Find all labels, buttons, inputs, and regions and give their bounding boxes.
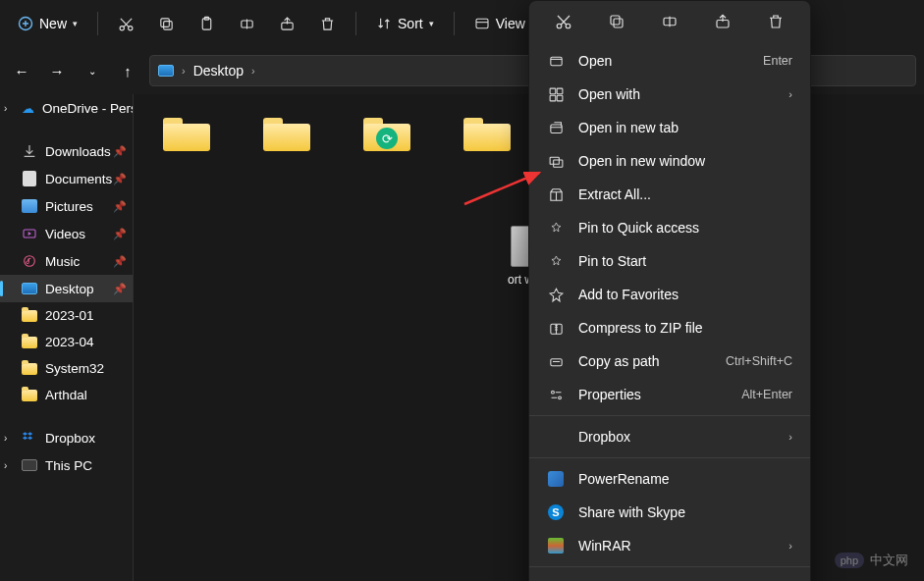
chevron-down-icon: ▾ — [429, 19, 434, 28]
recent-dropdown[interactable]: ⌄ — [79, 57, 106, 84]
svg-rect-23 — [550, 124, 561, 132]
sidebar-item-downloads[interactable]: Downloads📌 — [0, 137, 133, 165]
sidebar-item-label: 2023-01 — [45, 308, 94, 323]
ctx-delete-button[interactable] — [761, 7, 790, 36]
menu-item-label: Pin to Start — [578, 253, 646, 269]
menu-item-label: Copy as path — [578, 353, 660, 369]
chevron-right-icon: › — [788, 88, 792, 100]
folder-icon — [22, 310, 37, 322]
sidebar-item-label: Pictures — [45, 199, 93, 214]
sidebar-item-music[interactable]: Music📌 — [0, 247, 133, 275]
menu-item-open-with[interactable]: Open with› — [529, 78, 810, 111]
sidebar-item-videos[interactable]: Videos📌 — [0, 220, 133, 247]
sort-label: Sort — [398, 16, 423, 31]
menu-separator — [529, 415, 810, 416]
pin-icon: 📌 — [113, 255, 127, 268]
menu-item-share-with-skype[interactable]: SShare with Skype — [529, 496, 810, 529]
folder-icon — [463, 116, 511, 151]
chevron-right-icon: › — [251, 65, 255, 77]
menu-item-properties[interactable]: PropertiesAlt+Enter — [529, 378, 810, 411]
sidebar-item-desktop[interactable]: Desktop📌 — [0, 275, 133, 302]
skype-icon: S — [547, 503, 565, 521]
menu-item-add-to-favorites[interactable]: Add to Favorites — [529, 278, 810, 311]
menu-item-copy-as-path[interactable]: Copy as pathCtrl+Shift+C — [529, 344, 810, 378]
pin-icon: 📌 — [113, 200, 127, 213]
menu-item-winrar[interactable]: WinRAR› — [529, 529, 810, 562]
sidebar-item-label: Desktop — [45, 282, 94, 296]
star-icon — [547, 286, 565, 303]
pin-icon — [547, 252, 565, 270]
menu-item-open-in-new-tab[interactable]: Open in new tab — [529, 111, 810, 144]
sidebar-item-label: Videos — [45, 227, 85, 241]
file-item[interactable] — [153, 112, 220, 175]
sidebar-item-onedrive[interactable]: › ☁ OneDrive - Pers — [0, 94, 133, 122]
menu-item-show-more-options[interactable]: Show more optionsShift+F10 — [529, 571, 810, 581]
watermark: php 中文网 — [835, 552, 908, 569]
menu-item-label: Pin to Quick access — [578, 220, 699, 236]
sidebar-item-this-pc[interactable]: ›This PC — [0, 451, 133, 479]
menu-item-dropbox[interactable]: Dropbox› — [529, 420, 810, 453]
svg-point-11 — [25, 256, 35, 267]
cut-button[interactable] — [108, 10, 144, 38]
file-item[interactable]: ⟳ — [353, 112, 420, 175]
chevron-down-icon: ▾ — [73, 19, 78, 28]
svg-rect-25 — [553, 160, 562, 167]
svg-rect-22 — [557, 95, 563, 101]
menu-item-compress-to-zip-file[interactable]: Compress to ZIP file — [529, 311, 810, 344]
menu-item-label: Properties — [578, 387, 641, 402]
open-icon — [547, 52, 565, 70]
watermark-badge: php — [835, 553, 864, 568]
menu-item-label: Compress to ZIP file — [578, 320, 703, 336]
sidebar-item-arthdal[interactable]: Arthdal — [0, 382, 133, 408]
pin-icon — [547, 219, 565, 237]
svg-point-2 — [129, 26, 133, 29]
ctx-share-button[interactable] — [708, 7, 737, 36]
forward-button[interactable]: → — [43, 57, 71, 84]
sidebar-item-label: Music — [45, 254, 80, 269]
sidebar-item-label: Documents — [45, 172, 112, 186]
sidebar-item-pictures[interactable]: Pictures📌 — [0, 192, 133, 220]
menu-item-open-in-new-window[interactable]: Open in new window — [529, 144, 810, 178]
folder-icon: ⟳ — [363, 116, 410, 151]
up-button[interactable]: ↑ — [114, 57, 141, 84]
sidebar-item-dropbox[interactable]: ›Dropbox — [0, 424, 133, 451]
document-icon — [22, 171, 37, 186]
menu-item-pin-to-quick-access[interactable]: Pin to Quick access — [529, 211, 810, 244]
menu-item-label: Share with Skype — [578, 504, 685, 520]
sidebar-item-2023-01[interactable]: 2023-01 — [0, 302, 133, 329]
breadcrumb-location: Desktop — [193, 63, 244, 79]
ctx-copy-button[interactable] — [602, 7, 631, 36]
file-item[interactable] — [253, 112, 320, 175]
view-label: View — [496, 16, 525, 31]
svg-point-12 — [557, 24, 562, 28]
back-button[interactable]: ← — [8, 57, 35, 84]
menu-item-extract-all[interactable]: Extract All... — [529, 178, 810, 211]
delete-button[interactable] — [309, 10, 346, 38]
menu-item-powerrename[interactable]: PowerRename — [529, 462, 810, 496]
newtab-icon — [547, 119, 565, 136]
paste-button[interactable] — [189, 10, 225, 38]
sidebar-item-system32[interactable]: System32 — [0, 355, 133, 382]
menu-item-label: WinRAR — [578, 538, 631, 554]
menu-item-pin-to-start[interactable]: Pin to Start — [529, 244, 810, 278]
folder-icon — [263, 116, 310, 151]
menu-separator — [529, 566, 810, 567]
ctx-rename-button[interactable] — [655, 7, 684, 36]
copy-button[interactable] — [148, 10, 185, 38]
folder-icon — [22, 337, 37, 348]
sidebar-item-documents[interactable]: Documents📌 — [0, 165, 133, 192]
file-thumbnail-icon — [511, 226, 530, 267]
share-button[interactable] — [269, 10, 305, 38]
rename-button[interactable] — [229, 10, 265, 38]
svg-rect-24 — [550, 157, 559, 164]
sidebar-item-2023-04[interactable]: 2023-04 — [0, 329, 133, 355]
menu-item-open[interactable]: OpenEnter — [529, 44, 810, 78]
file-item[interactable] — [454, 112, 520, 175]
sort-button[interactable]: Sort ▾ — [366, 10, 444, 37]
new-button[interactable]: New ▾ — [8, 10, 87, 37]
cloud-icon: ☁ — [22, 100, 34, 116]
view-button[interactable]: View — [464, 10, 535, 37]
ctx-cut-button[interactable] — [549, 7, 578, 36]
monitor-icon — [22, 457, 37, 473]
svg-point-29 — [558, 396, 561, 398]
